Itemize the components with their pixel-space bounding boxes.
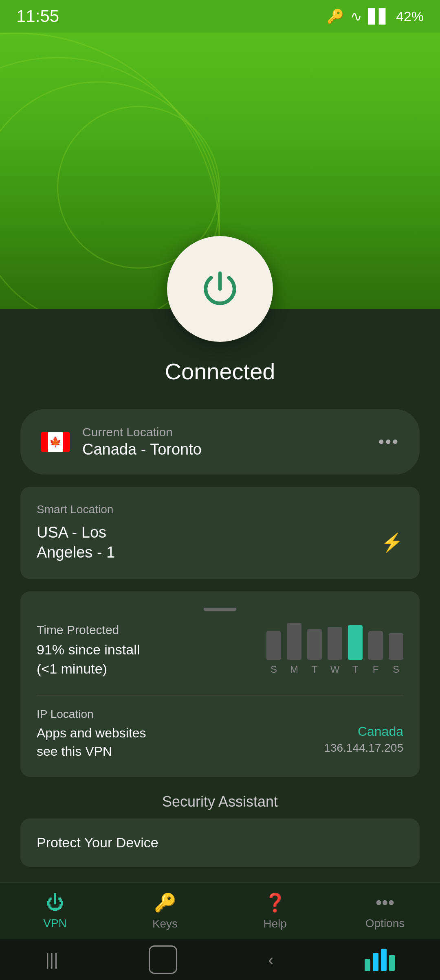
bar-s2: S: [389, 633, 403, 675]
bar-w: W: [328, 627, 342, 675]
current-location-text: Current Location Canada - Toronto: [82, 425, 202, 458]
protect-card: Protect Your Device: [20, 818, 420, 867]
current-location-label: Current Location: [82, 425, 202, 439]
bar-s1: S: [266, 631, 281, 675]
key-icon: 🔑: [327, 8, 344, 24]
nav-options-label: Options: [365, 917, 405, 930]
nav-help[interactable]: ❓ Help: [220, 892, 330, 930]
bar-chart: S M T W T: [266, 623, 403, 675]
smart-location-row: USA - LosAngeles - 1 ⚡: [37, 523, 403, 563]
status-time: 11:55: [16, 7, 59, 26]
gesture-back-icon[interactable]: ‹: [268, 951, 273, 969]
drag-handle: [204, 608, 236, 611]
ip-location-row: Apps and websites see this VPN Canada 13…: [37, 724, 403, 761]
smart-location-name: USA - LosAngeles - 1: [37, 523, 115, 563]
gesture-lines-icon: |||: [45, 951, 58, 969]
current-location-card[interactable]: 🍁 Current Location Canada - Toronto •••: [20, 409, 420, 475]
time-protected-text: Time Protected 91% since install (<1 min…: [37, 623, 140, 679]
bar-thursday-active: [348, 625, 363, 660]
connected-label: Connected: [0, 358, 440, 385]
ip-address: 136.144.17.205: [324, 742, 403, 755]
current-location-left: 🍁 Current Location Canada - Toronto: [41, 425, 202, 458]
signal-icon: ▋▋: [368, 8, 389, 24]
wifi-icon: ∿: [350, 8, 362, 24]
nav-keys[interactable]: 🔑 Keys: [110, 892, 220, 930]
bar-wednesday: [328, 627, 342, 660]
nav-keys-label: Keys: [152, 917, 178, 930]
bar-saturday: [389, 633, 403, 660]
power-button-wrapper: [167, 236, 273, 342]
keys-icon: 🔑: [154, 892, 176, 913]
two-col-row: Smart Location USA - LosAngeles - 1 ⚡: [20, 487, 420, 579]
bar-m: M: [287, 623, 301, 675]
smart-location-card[interactable]: Smart Location USA - LosAngeles - 1 ⚡: [20, 487, 420, 579]
lightning-icon: ⚡: [381, 532, 403, 553]
bar-f: F: [368, 631, 383, 675]
current-location-name: Canada - Toronto: [82, 441, 202, 458]
protect-title: Protect Your Device: [37, 835, 403, 851]
bottom-nav: ⏻ VPN 🔑 Keys ❓ Help ••• Options: [0, 882, 440, 939]
ip-right: Canada 136.144.17.205: [324, 724, 403, 755]
vpn-power-icon: ⏻: [46, 892, 64, 913]
time-protected-value: 91% since install (<1 minute): [37, 640, 140, 679]
status-icons: 🔑 ∿ ▋▋ 42%: [327, 8, 424, 24]
stats-top: Time Protected 91% since install (<1 min…: [37, 623, 403, 679]
gesture-bar: ||| ‹: [0, 939, 440, 980]
status-bar: 11:55 🔑 ∿ ▋▋ 42%: [0, 0, 440, 33]
ip-country: Canada: [324, 724, 403, 739]
gesture-recents-icon: [365, 949, 395, 971]
time-protected-label: Time Protected: [37, 623, 140, 637]
ip-description: Apps and websites see this VPN: [37, 724, 146, 761]
bar-t2: T: [348, 625, 363, 675]
main-content: Connected 🍁 Current Location Canada - To…: [0, 309, 440, 899]
options-icon: •••: [376, 892, 394, 913]
bar-monday: [287, 623, 301, 660]
bar-sunday-1: [266, 631, 281, 660]
smart-location-label: Smart Location: [37, 503, 403, 516]
ip-location-label: IP Location: [37, 708, 403, 721]
more-options-icon[interactable]: •••: [378, 433, 399, 451]
battery-label: 42%: [396, 9, 424, 24]
bar-friday: [368, 631, 383, 660]
canada-flag: 🍁: [41, 432, 70, 452]
power-button[interactable]: [167, 236, 273, 342]
power-icon: [198, 267, 242, 311]
nav-vpn-label: VPN: [43, 917, 67, 930]
nav-options[interactable]: ••• Options: [330, 892, 440, 930]
nav-vpn[interactable]: ⏻ VPN: [0, 892, 110, 930]
bar-t1: T: [307, 629, 322, 675]
nav-help-label: Help: [263, 917, 287, 930]
help-icon: ❓: [264, 892, 286, 913]
gesture-home-icon[interactable]: [149, 945, 177, 974]
cards-container: 🍁 Current Location Canada - Toronto ••• …: [0, 409, 440, 777]
stats-card: Time Protected 91% since install (<1 min…: [20, 591, 420, 777]
bar-tuesday: [307, 629, 322, 660]
security-assistant-title: Security Assistant: [20, 793, 420, 810]
divider: [37, 695, 403, 696]
maple-leaf-icon: 🍁: [49, 436, 62, 448]
